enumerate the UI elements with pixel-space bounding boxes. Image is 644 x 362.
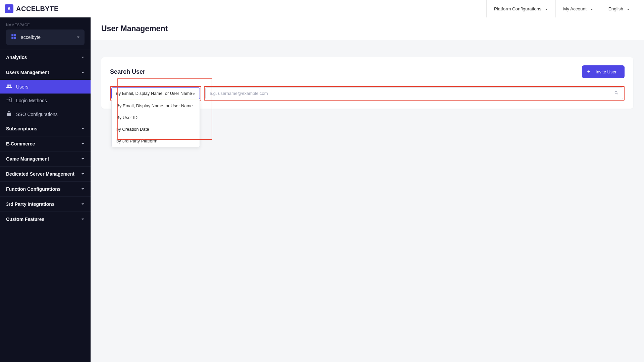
top-header: A ACCELBYTE Platform Configurations My A…	[0, 0, 644, 17]
search-input-container	[205, 87, 623, 99]
brand-name: ACCELBYTE	[16, 5, 59, 13]
dropdown-option-userid[interactable]: By User ID	[112, 112, 200, 123]
my-account-menu[interactable]: My Account	[555, 0, 601, 17]
chevron-down-icon	[81, 217, 85, 222]
main-content: User Management Search User + Invite Use…	[91, 17, 644, 362]
sidebar-item-subscriptions[interactable]: Subscriptions	[0, 121, 91, 136]
chevron-down-icon	[81, 156, 85, 162]
chevron-down-icon	[590, 7, 593, 10]
platform-configurations-menu[interactable]: Platform Configurations	[486, 0, 555, 17]
chevron-down-icon	[545, 7, 548, 10]
page-title: User Management	[91, 17, 644, 40]
language-menu[interactable]: English	[601, 0, 637, 17]
nav-label: Analytics	[6, 55, 27, 60]
sidebar-item-users-management[interactable]: Users Management	[0, 65, 91, 80]
namespace-selector[interactable]: accelbyte	[6, 29, 85, 45]
chevron-down-icon	[81, 141, 85, 146]
nav-sublabel: Users	[16, 84, 29, 89]
sidebar-item-dedicated-server-management[interactable]: Dedicated Server Management	[0, 167, 91, 181]
nav-sublabel: SSO Configurations	[16, 112, 58, 117]
search-type-dropdown-highlight: By Email, Display Name, or User Name By …	[110, 86, 201, 101]
content-area: Search User + Invite User By Email, Disp…	[91, 40, 644, 126]
dropdown-option-3rd-party[interactable]: by 3rd Party Platform	[112, 135, 200, 147]
chevron-down-icon	[81, 55, 85, 60]
sidebar: NAMESPACE accelbyte Analytics Users Mana…	[0, 17, 91, 362]
card-header: Search User + Invite User	[110, 65, 625, 78]
chevron-down-icon	[76, 34, 80, 40]
sidebar-item-function-configurations[interactable]: Function Configurations	[0, 182, 91, 196]
search-card: Search User + Invite User By Email, Disp…	[101, 57, 633, 109]
chevron-down-icon	[81, 171, 85, 177]
card-title: Search User	[110, 68, 145, 75]
chevron-down-icon	[81, 201, 85, 207]
namespace-label: NAMESPACE	[0, 17, 91, 29]
sidebar-item-ecommerce[interactable]: E-Commerce	[0, 136, 91, 151]
menu-label: Platform Configurations	[494, 6, 541, 11]
search-input-highlight	[204, 86, 625, 101]
header-menus: Platform Configurations My Account Engli…	[486, 0, 637, 17]
nav-label: Custom Features	[6, 217, 44, 222]
menu-label: My Account	[563, 6, 587, 11]
search-type-dropdown-menu: By Email, Display Name, or User Name By …	[111, 100, 200, 147]
nav-label: Users Management	[6, 70, 49, 75]
sidebar-item-custom-features[interactable]: Custom Features	[0, 212, 91, 227]
plus-icon: +	[587, 69, 590, 75]
nav-label: Game Management	[6, 156, 49, 162]
brand-logo: A ACCELBYTE	[5, 4, 59, 13]
lock-icon	[6, 111, 12, 118]
nav-label: 3rd Party Integrations	[6, 201, 55, 207]
sidebar-item-login-methods[interactable]: Login Methods	[0, 94, 91, 107]
invite-user-button[interactable]: + Invite User	[582, 65, 625, 78]
login-icon	[6, 97, 12, 104]
namespace-value: accelbyte	[21, 35, 72, 40]
sidebar-item-analytics[interactable]: Analytics	[0, 50, 91, 65]
nav-label: Function Configurations	[6, 186, 61, 192]
chevron-down-icon	[81, 126, 85, 131]
dropdown-option-email[interactable]: By Email, Display Name, or User Name	[112, 100, 200, 112]
sidebar-item-users[interactable]: Users	[0, 80, 91, 94]
search-type-dropdown[interactable]: By Email, Display Name, or User Name	[111, 87, 200, 99]
namespace-icon	[11, 34, 17, 41]
nav-label: E-Commerce	[6, 141, 35, 146]
menu-label: English	[608, 6, 623, 11]
search-input[interactable]	[210, 88, 614, 99]
nav-label: Subscriptions	[6, 126, 37, 131]
sidebar-item-sso-configurations[interactable]: SSO Configurations	[0, 107, 91, 121]
chevron-up-icon	[81, 70, 85, 75]
sidebar-item-game-management[interactable]: Game Management	[0, 152, 91, 166]
nav-sublabel: Login Methods	[16, 98, 47, 103]
search-row: By Email, Display Name, or User Name By …	[110, 86, 625, 101]
chevron-down-icon	[81, 186, 85, 192]
nav-label: Dedicated Server Management	[6, 171, 74, 177]
logo-letter: A	[7, 6, 11, 11]
dropdown-selected-value: By Email, Display Name, or User Name	[116, 91, 192, 96]
sidebar-item-3rd-party-integrations[interactable]: 3rd Party Integrations	[0, 197, 91, 212]
chevron-down-icon	[627, 7, 630, 10]
users-icon	[6, 83, 12, 90]
dropdown-option-creation-date[interactable]: by Creation Date	[112, 123, 200, 135]
logo-icon: A	[5, 4, 13, 13]
chevron-down-icon	[192, 92, 196, 95]
search-icon[interactable]	[614, 90, 619, 97]
invite-label: Invite User	[596, 69, 616, 74]
